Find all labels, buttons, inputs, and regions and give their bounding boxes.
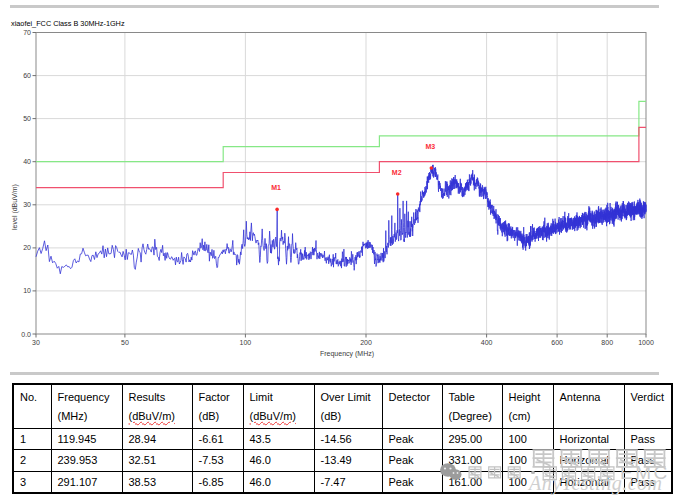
svg-text:20: 20 (23, 244, 31, 251)
svg-text:level (dBuV/m): level (dBuV/m) (11, 184, 19, 230)
svg-text:400: 400 (481, 339, 493, 346)
svg-text:100: 100 (240, 339, 252, 346)
svg-text:10: 10 (23, 287, 31, 294)
svg-text:50: 50 (121, 339, 129, 346)
svg-text:200: 200 (360, 339, 372, 346)
svg-text:600: 600 (551, 339, 563, 346)
svg-text:800: 800 (601, 339, 613, 346)
svg-text:M3: M3 (425, 143, 435, 150)
svg-text:70: 70 (23, 29, 31, 36)
svg-text:M1: M1 (271, 184, 281, 191)
svg-text:M2: M2 (392, 169, 402, 176)
svg-text:50: 50 (23, 115, 31, 122)
svg-text:1000: 1000 (638, 339, 654, 346)
svg-text:Frequency (MHz): Frequency (MHz) (320, 350, 374, 358)
svg-text:30: 30 (23, 201, 31, 208)
svg-text:0.0: 0.0 (21, 331, 31, 338)
svg-text:60: 60 (23, 72, 31, 79)
svg-text:30: 30 (32, 339, 40, 346)
svg-text:40: 40 (23, 158, 31, 165)
